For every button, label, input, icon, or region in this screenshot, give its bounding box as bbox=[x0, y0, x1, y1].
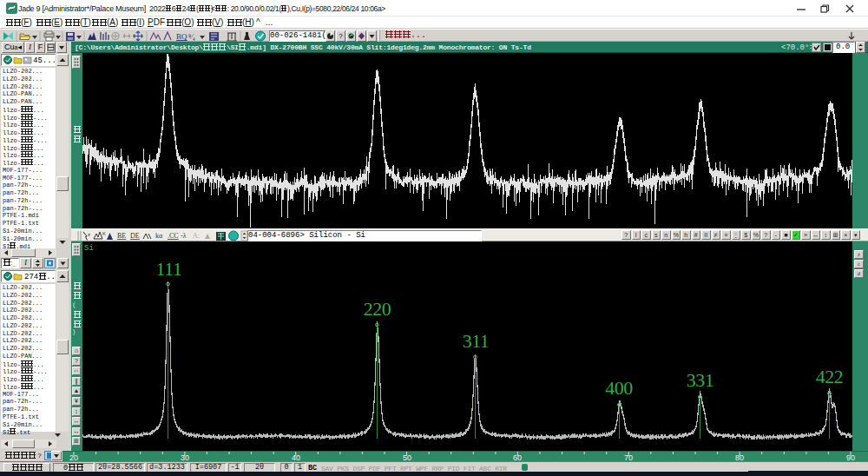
svg-text:311: 311 bbox=[463, 330, 490, 352]
svg-text:BQ: BQ bbox=[176, 32, 187, 41]
svg-text:A:: A: bbox=[193, 232, 200, 240]
svg-text:111: 111 bbox=[156, 258, 182, 280]
svg-text:kα: kα bbox=[155, 232, 163, 240]
svg-text:z: z bbox=[88, 232, 90, 237]
svg-text::: : bbox=[211, 235, 213, 240]
svg-text:.CC: .CC bbox=[168, 232, 179, 240]
svg-text:331: 331 bbox=[687, 369, 714, 391]
svg-text:422: 422 bbox=[816, 366, 844, 387]
svg-text:⁸⁄₄: ⁸⁄₄ bbox=[188, 32, 195, 41]
svg-text:BE: BE bbox=[117, 232, 126, 240]
svg-text:400: 400 bbox=[605, 377, 633, 399]
svg-text:-λ: -λ bbox=[181, 232, 187, 240]
svg-text:DE: DE bbox=[130, 232, 140, 240]
svg-text:K: K bbox=[102, 231, 106, 236]
svg-text:Si: Si bbox=[84, 244, 94, 253]
svg-text:220: 220 bbox=[364, 298, 391, 320]
